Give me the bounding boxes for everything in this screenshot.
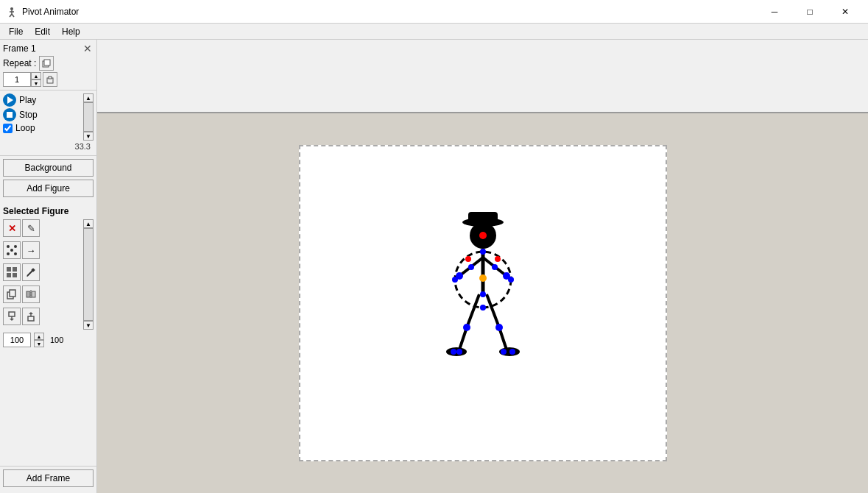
scroll-track[interactable] <box>83 102 93 132</box>
selected-figure-section: Selected Figure ✕ ✎ <box>0 203 96 466</box>
svg-rect-16 <box>7 273 11 277</box>
svg-point-13 <box>10 249 13 252</box>
stickman-container <box>439 206 527 383</box>
svg-point-50 <box>480 305 486 311</box>
play-button[interactable]: Play <box>3 93 80 107</box>
svg-point-59 <box>451 349 456 355</box>
svg-line-51 <box>467 294 479 327</box>
svg-point-62 <box>509 349 515 355</box>
svg-point-11 <box>14 245 17 248</box>
play-triangle-icon <box>7 96 13 104</box>
minimize-button[interactable]: ─ <box>758 1 791 22</box>
menu-file[interactable]: File <box>3 25 29 38</box>
tools-grid-3 <box>3 263 40 281</box>
svg-rect-23 <box>27 291 30 297</box>
frame-label: Frame 1 <box>3 43 36 54</box>
frame-item: Frame 1 ✕ <box>3 43 93 54</box>
svg-point-55 <box>463 324 470 331</box>
repeat-copy-button[interactable] <box>39 56 54 71</box>
svg-point-42 <box>468 264 474 270</box>
tools-row-1: ✕ ✎ <box>3 219 80 240</box>
svg-rect-26 <box>9 312 15 316</box>
eyedropper-icon <box>26 267 36 277</box>
mirror-figure-button[interactable] <box>22 285 40 303</box>
svg-point-49 <box>480 249 486 255</box>
title-bar-left: Pivot Animator <box>6 6 79 18</box>
repeat-input[interactable]: 1 <box>3 72 31 87</box>
tools-row-5 <box>3 308 80 328</box>
play-circle-icon <box>3 93 16 107</box>
frame-close-button[interactable]: ✕ <box>82 43 93 54</box>
svg-line-4 <box>12 14 14 17</box>
canvas-area <box>97 113 868 493</box>
stop-button[interactable]: Stop <box>3 108 80 121</box>
size-spin-down[interactable]: ▼ <box>34 340 44 347</box>
svg-point-61 <box>501 349 507 355</box>
copy-figure-button[interactable] <box>3 285 21 303</box>
maximize-button[interactable]: □ <box>793 1 827 22</box>
repeat-paste-button[interactable] <box>43 72 57 87</box>
tools-scroll-down[interactable]: ▼ <box>83 321 93 330</box>
title-bar: Pivot Animator ─ □ ✕ <box>0 0 868 24</box>
pencil-icon: ✎ <box>27 223 35 234</box>
svg-point-9 <box>7 245 10 248</box>
close-button[interactable]: ✕ <box>828 1 862 22</box>
loop-checkbox[interactable] <box>3 124 13 133</box>
scroll-down-arrow[interactable]: ▼ <box>83 132 93 141</box>
delete-figure-button[interactable]: ✕ <box>3 219 21 237</box>
stop-square-icon <box>7 112 13 118</box>
clone-nodes-icon <box>6 244 18 256</box>
tools-scroll-track[interactable] <box>83 228 93 321</box>
svg-rect-24 <box>32 291 35 297</box>
svg-rect-29 <box>28 316 34 321</box>
loop-label: Loop <box>15 123 35 133</box>
paste-up-icon <box>26 311 36 322</box>
grid-button[interactable] <box>3 263 21 281</box>
add-figure-button[interactable]: Add Figure <box>3 180 93 197</box>
add-frame-section: Add Frame <box>0 466 96 493</box>
scroll-up-arrow[interactable]: ▲ <box>83 93 93 102</box>
svg-point-10 <box>7 252 10 255</box>
svg-point-56 <box>495 324 503 331</box>
grid-icon <box>6 266 18 278</box>
svg-rect-22 <box>10 290 15 297</box>
move-figure-button[interactable]: → <box>22 241 40 259</box>
play-label: Play <box>19 95 36 105</box>
svg-point-45 <box>495 256 501 262</box>
selected-figure-title: Selected Figure <box>3 206 93 216</box>
tools-scroll-up[interactable]: ▲ <box>83 219 93 228</box>
repeat-row: Repeat : <box>3 56 93 71</box>
copy-down-icon <box>7 311 17 322</box>
size-spin-buttons: ▲ ▼ <box>34 333 44 347</box>
svg-point-46 <box>479 274 487 282</box>
background-button[interactable]: Background <box>3 159 93 177</box>
loop-row: Loop <box>3 123 80 133</box>
size-input[interactable]: 100 <box>3 333 31 347</box>
animation-canvas[interactable] <box>299 145 667 461</box>
svg-line-52 <box>487 294 499 327</box>
svg-point-43 <box>492 264 498 270</box>
tools-grid-5 <box>3 308 40 325</box>
edit-figure-button[interactable]: ✎ <box>22 219 40 237</box>
repeat-spin-buttons: ▲ ▼ <box>31 72 41 87</box>
add-frame-button[interactable]: Add Frame <box>3 469 93 487</box>
repeat-spin-down[interactable]: ▼ <box>31 79 41 87</box>
action-buttons-section: Background Add Figure <box>0 156 96 203</box>
paste-icon <box>46 75 54 84</box>
svg-point-35 <box>479 232 487 239</box>
title-bar-controls: ─ □ ✕ <box>758 1 862 22</box>
app-icon <box>6 6 18 18</box>
svg-marker-31 <box>29 312 33 314</box>
paste-up-button[interactable] <box>22 308 40 325</box>
repeat-spin-up[interactable]: ▲ <box>31 72 41 79</box>
menu-help[interactable]: Help <box>56 25 86 38</box>
copy-down-button[interactable] <box>3 308 21 325</box>
color-picker-button[interactable] <box>22 263 40 281</box>
menu-edit[interactable]: Edit <box>29 25 56 38</box>
size-max-label: 100 <box>50 336 63 344</box>
clone-nodes-button[interactable] <box>3 241 21 259</box>
frames-section: Frame 1 ✕ Repeat : 1 ▲ ▼ <box>0 40 96 91</box>
svg-marker-28 <box>10 319 14 321</box>
size-spin-up[interactable]: ▲ <box>34 333 44 340</box>
menu-bar: File Edit Help <box>0 24 868 40</box>
